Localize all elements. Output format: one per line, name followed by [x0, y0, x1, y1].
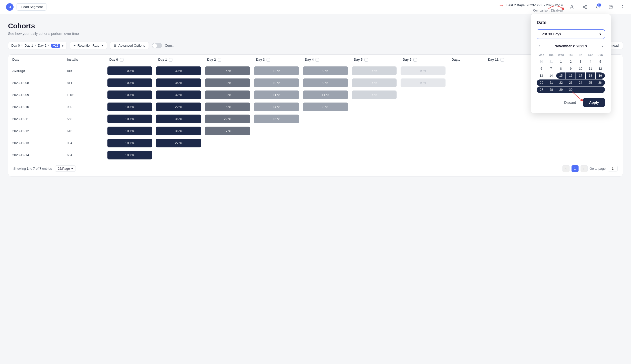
next-page-button[interactable]: ›	[581, 165, 588, 172]
calendar-weekdays: Mon Tue Wed Thu Fri Sat Sun	[537, 52, 605, 57]
cal-day[interactable]: 7	[546, 65, 556, 72]
month-selector[interactable]: November ▾	[554, 44, 574, 48]
cal-day[interactable]: 8	[556, 65, 565, 72]
cal-day[interactable]: 12	[596, 65, 605, 72]
cal-day[interactable]: 13	[537, 72, 546, 79]
advanced-options-button[interactable]: ⊟ Advanced Options	[110, 42, 149, 49]
cal-day[interactable]: 3	[576, 58, 585, 65]
cal-day-range[interactable]: 26	[595, 79, 605, 86]
avg-date: Average	[8, 65, 63, 77]
next-month-button[interactable]: ›	[600, 43, 605, 49]
cal-day-range[interactable]: 16	[566, 72, 575, 79]
add-segment-button[interactable]: + Add Segment	[17, 3, 46, 11]
cal-day-range[interactable]: 25	[585, 79, 595, 86]
calendar-week-3: 13 14 15 16 17 18 19	[537, 72, 605, 79]
cal-day[interactable]: 10	[576, 65, 585, 72]
day11-checkbox[interactable]	[500, 58, 504, 62]
avg-installs: 815	[63, 65, 105, 77]
day0-checkbox[interactable]	[120, 58, 123, 62]
more-options-icon[interactable]: ⋮	[620, 4, 625, 10]
cal-day[interactable]: 30	[537, 58, 546, 65]
metric-dropdown[interactable]: ≡ Retention Rate ▾	[70, 42, 107, 49]
showing-total: 7	[39, 167, 41, 170]
date-picker-panel: Date Last 30 Days ▾ ‹ November ▾ 2023 ▾ …	[531, 14, 611, 113]
cal-day[interactable]: 1	[556, 58, 565, 65]
share-icon[interactable]	[581, 3, 589, 11]
cal-day[interactable]: 5	[596, 58, 605, 65]
cal-day[interactable]: 2	[566, 58, 575, 65]
row-day1: 36 %	[154, 113, 203, 125]
prev-page-button[interactable]: ‹	[562, 165, 570, 172]
cal-day[interactable]: 9	[566, 65, 575, 72]
day-tag-1: Day 1 ✕	[25, 44, 36, 47]
day1-checkbox[interactable]	[169, 58, 172, 62]
cal-day[interactable]: 31	[546, 58, 556, 65]
logo: O	[6, 3, 14, 11]
cal-day-range[interactable]: 24	[576, 79, 585, 86]
row-date: 2023-12-12	[8, 125, 63, 137]
year-selector[interactable]: 2023 ▾	[577, 44, 587, 48]
topbar-left: O + Add Segment	[6, 3, 46, 11]
cal-day-range-start[interactable]: 15	[556, 72, 565, 79]
topbar: O + Add Segment → Last 7 Days 2023-12-08…	[0, 0, 631, 14]
per-page-dropdown[interactable]: 25/Page ▾	[55, 165, 76, 172]
user-icon[interactable]	[568, 3, 576, 11]
row-day2: 22 %	[203, 113, 252, 125]
day6-checkbox[interactable]	[413, 58, 417, 62]
row-day4: 11 %	[301, 89, 350, 101]
chevron-down-icon[interactable]: ▾	[62, 44, 64, 48]
day4-checkbox[interactable]	[316, 58, 319, 62]
date-range-dropdown[interactable]: Last 30 Days ▾	[537, 29, 605, 39]
arrow-annotation: →	[498, 2, 504, 9]
cal-day-range[interactable]: 22	[556, 79, 566, 86]
goto-page-input[interactable]	[608, 166, 618, 171]
avg-day0: 100 %	[105, 65, 154, 77]
table-row: 2023-12-14 604 100 %	[8, 149, 623, 161]
help-icon[interactable]	[607, 3, 615, 11]
day3-checkbox[interactable]	[267, 58, 270, 62]
cal-day-range[interactable]: 23	[566, 79, 576, 86]
cal-day-range[interactable]: 17	[576, 72, 585, 79]
col-day5: Day 5	[350, 55, 399, 65]
col-day1: Day 1	[154, 55, 203, 65]
svg-point-0	[571, 6, 573, 7]
col-installs: Installs	[63, 55, 105, 65]
remove-day1[interactable]: ✕	[34, 44, 36, 47]
cal-day-range[interactable]: 29	[556, 86, 566, 93]
svg-point-1	[585, 5, 587, 6]
col-day0: Day 0	[105, 55, 154, 65]
row-day1: 36 %	[154, 125, 203, 137]
cal-day-range-end[interactable]: 19	[596, 72, 605, 79]
table-row: 2023-12-11 558 100 % 36 % 22 % 16 %	[8, 113, 623, 125]
row-installs: 604	[63, 149, 105, 161]
page-navigation: ‹ 1 › Go to page	[562, 165, 618, 172]
cal-day-range[interactable]: 21	[546, 79, 556, 86]
notification-icon[interactable]: 9+	[594, 3, 602, 11]
cal-day-range[interactable]: 28	[546, 86, 556, 93]
row-day6: 5 %	[399, 77, 448, 89]
chevron-down-icon: ▾	[71, 167, 73, 170]
table-row: 2023-12-13 954 100 % 27 %	[8, 137, 623, 149]
cal-day-range[interactable]: 18	[586, 72, 595, 79]
cal-day[interactable]: 6	[537, 65, 546, 72]
cal-day-range[interactable]: 27	[537, 86, 546, 93]
page-1-button[interactable]: 1	[572, 165, 579, 172]
apply-button[interactable]: Apply	[583, 98, 605, 107]
day2-checkbox[interactable]	[218, 58, 221, 62]
row-installs: 616	[63, 125, 105, 137]
more-days-badge[interactable]: +12	[51, 44, 60, 48]
day5-checkbox[interactable]	[364, 58, 368, 62]
cal-day[interactable]: 14	[546, 72, 556, 79]
row-date: 2023-12-11	[8, 113, 63, 125]
prev-month-button[interactable]: ‹	[537, 43, 542, 49]
remove-day0[interactable]: ✕	[21, 44, 23, 47]
cal-day[interactable]: 4	[586, 58, 595, 65]
cal-day-range[interactable]: 20	[537, 79, 546, 86]
remove-day2[interactable]: ✕	[47, 44, 50, 47]
cal-day[interactable]: 11	[586, 65, 595, 72]
col-day3: Day 3	[252, 55, 301, 65]
month-year-display: November ▾ 2023 ▾	[554, 44, 587, 48]
toggle-knob	[152, 43, 157, 48]
row-day2: 15 %	[203, 101, 252, 113]
cumulative-toggle[interactable]	[152, 43, 162, 48]
